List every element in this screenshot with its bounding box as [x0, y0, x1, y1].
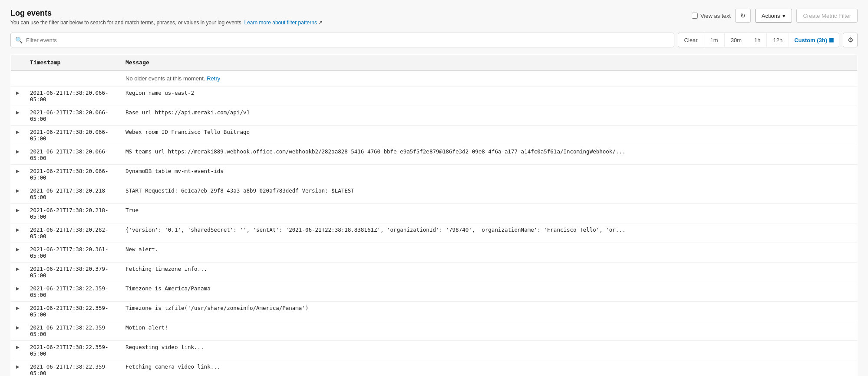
row-expand-arrow[interactable]: ▶ [11, 184, 25, 204]
row-message: {'version': '0.1', 'sharedSecret': '', '… [120, 223, 858, 243]
row-message: MS teams url https://meraki889.webhook.o… [120, 145, 858, 165]
filter-input[interactable] [26, 37, 670, 43]
row-expand-arrow[interactable]: ▶ [11, 223, 25, 243]
row-message: Timezone is America/Panama [120, 282, 858, 302]
row-expand-arrow[interactable]: ▶ [11, 302, 25, 321]
row-timestamp: 2021-06-21T17:38:20.218-05:00 [25, 204, 120, 223]
table-row: ▶ 2021-06-21T17:38:22.359-05:00 Timezone… [11, 282, 858, 302]
col-header-timestamp: Timestamp [25, 55, 120, 71]
row-message: Base url https://api.meraki.com/api/v1 [120, 106, 858, 126]
time-1m-button[interactable]: 1m [704, 33, 725, 47]
retry-link[interactable]: Retry [207, 75, 220, 82]
row-message: Requesting video link... [120, 341, 858, 360]
row-timestamp: 2021-06-21T17:38:20.066-05:00 [25, 126, 120, 145]
no-older-events-row: No older events at this moment. Retry [11, 70, 858, 87]
row-timestamp: 2021-06-21T17:38:20.282-05:00 [25, 223, 120, 243]
create-metric-filter-button[interactable]: Create Metric Filter [796, 9, 858, 23]
refresh-icon: ↻ [740, 12, 746, 19]
row-timestamp: 2021-06-21T17:38:22.359-05:00 [25, 321, 120, 341]
view-as-text-label[interactable]: View as text [692, 13, 731, 19]
time-1h-button[interactable]: 1h [748, 33, 767, 47]
header-controls: View as text ↻ Actions ▾ Create Metric F… [692, 9, 858, 23]
table-row: ▶ 2021-06-21T17:38:20.066-05:00 DynamoDB… [11, 165, 858, 184]
row-message: True [120, 204, 858, 223]
row-message: Region name us-east-2 [120, 87, 858, 106]
row-expand-arrow[interactable]: ▶ [11, 341, 25, 360]
table-row: ▶ 2021-06-21T17:38:20.066-05:00 Webex ro… [11, 126, 858, 145]
table-row: ▶ 2021-06-21T17:38:22.359-05:00 Motion a… [11, 321, 858, 341]
row-expand-arrow[interactable]: ▶ [11, 282, 25, 302]
row-timestamp: 2021-06-21T17:38:20.218-05:00 [25, 184, 120, 204]
row-message: DynamoDB table mv-mt-event-ids [120, 165, 858, 184]
settings-button[interactable]: ⚙ [843, 33, 858, 47]
table-row: ▶ 2021-06-21T17:38:20.066-05:00 MS teams… [11, 145, 858, 165]
search-icon: 🔍 [15, 37, 23, 43]
table-row: ▶ 2021-06-21T17:38:22.359-05:00 Fetching… [11, 360, 858, 376]
clear-button[interactable]: Clear [678, 33, 704, 47]
table-row: ▶ 2021-06-21T17:38:22.359-05:00 Requesti… [11, 341, 858, 360]
row-message: START RequestId: 6e1ca7eb-29f8-43a3-a8b9… [120, 184, 858, 204]
no-older-arrow-cell [11, 70, 25, 87]
external-link-icon: ↗ [318, 20, 323, 26]
row-timestamp: 2021-06-21T17:38:20.066-05:00 [25, 145, 120, 165]
row-message: Motion alert! [120, 321, 858, 341]
refresh-button[interactable]: ↻ [735, 9, 751, 23]
row-timestamp: 2021-06-21T17:38:20.379-05:00 [25, 263, 120, 282]
row-expand-arrow[interactable]: ▶ [11, 106, 25, 126]
table-row: ▶ 2021-06-21T17:38:20.066-05:00 Region n… [11, 87, 858, 106]
no-older-ts-cell [25, 70, 120, 87]
row-expand-arrow[interactable]: ▶ [11, 145, 25, 165]
row-expand-arrow[interactable]: ▶ [11, 204, 25, 223]
filter-bar[interactable]: 🔍 [10, 33, 674, 47]
create-metric-filter-label: Create Metric Filter [803, 13, 851, 19]
grid-icon: ▦ [829, 37, 834, 43]
row-timestamp: 2021-06-21T17:38:20.361-05:00 [25, 243, 120, 263]
custom-time-button[interactable]: Custom (3h) ▦ [789, 33, 839, 47]
row-expand-arrow[interactable]: ▶ [11, 165, 25, 184]
row-expand-arrow[interactable]: ▶ [11, 321, 25, 341]
col-header-arrow [11, 55, 25, 71]
col-header-message: Message [120, 55, 858, 71]
table-row: ▶ 2021-06-21T17:38:20.066-05:00 Base url… [11, 106, 858, 126]
custom-label: Custom (3h) [794, 37, 827, 43]
table-row: ▶ 2021-06-21T17:38:20.218-05:00 START Re… [11, 184, 858, 204]
row-timestamp: 2021-06-21T17:38:20.066-05:00 [25, 165, 120, 184]
row-message: Timezone is tzfile('/usr/share/zoneinfo/… [120, 302, 858, 321]
table-row: ▶ 2021-06-21T17:38:20.361-05:00 New aler… [11, 243, 858, 263]
actions-dropdown-icon: ▾ [782, 13, 785, 19]
row-timestamp: 2021-06-21T17:38:20.066-05:00 [25, 87, 120, 106]
row-expand-arrow[interactable]: ▶ [11, 126, 25, 145]
row-expand-arrow[interactable]: ▶ [11, 360, 25, 376]
settings-icon: ⚙ [848, 36, 853, 44]
view-as-text-text: View as text [700, 13, 731, 19]
time-controls: Clear 1m 30m 1h 12h Custom (3h) ▦ [678, 33, 839, 47]
table-header-row: Timestamp Message [11, 55, 858, 71]
toolbar: 🔍 Clear 1m 30m 1h 12h Custom (3h) ▦ ⚙ [10, 33, 858, 47]
row-message: Webex room ID Francisco Tello Buitrago [120, 126, 858, 145]
time-30m-button[interactable]: 30m [725, 33, 748, 47]
row-timestamp: 2021-06-21T17:38:22.359-05:00 [25, 302, 120, 321]
view-as-text-checkbox[interactable] [692, 13, 698, 19]
row-expand-arrow[interactable]: ▶ [11, 263, 25, 282]
row-expand-arrow[interactable]: ▶ [11, 87, 25, 106]
no-older-text: No older events at this moment. [125, 75, 205, 82]
description-text: You can use the filter bar below to sear… [10, 20, 243, 26]
log-events-table: Timestamp Message No older events at thi… [10, 54, 858, 376]
time-12h-button[interactable]: 12h [767, 33, 789, 47]
row-timestamp: 2021-06-21T17:38:20.066-05:00 [25, 106, 120, 126]
actions-label: Actions [762, 13, 780, 19]
row-message: Fetching timezone info... [120, 263, 858, 282]
row-expand-arrow[interactable]: ▶ [11, 243, 25, 263]
learn-more-link[interactable]: Learn more about filter patterns [244, 20, 317, 26]
row-timestamp: 2021-06-21T17:38:22.359-05:00 [25, 360, 120, 376]
table-row: ▶ 2021-06-21T17:38:20.282-05:00 {'versio… [11, 223, 858, 243]
row-message: New alert. [120, 243, 858, 263]
table-row: ▶ 2021-06-21T17:38:22.359-05:00 Timezone… [11, 302, 858, 321]
actions-button[interactable]: Actions ▾ [755, 9, 792, 23]
row-timestamp: 2021-06-21T17:38:22.359-05:00 [25, 282, 120, 302]
no-older-msg-cell: No older events at this moment. Retry [120, 70, 858, 87]
row-message: Fetching camera video link... [120, 360, 858, 376]
table-row: ▶ 2021-06-21T17:38:20.218-05:00 True [11, 204, 858, 223]
table-row: ▶ 2021-06-21T17:38:20.379-05:00 Fetching… [11, 263, 858, 282]
row-timestamp: 2021-06-21T17:38:22.359-05:00 [25, 341, 120, 360]
